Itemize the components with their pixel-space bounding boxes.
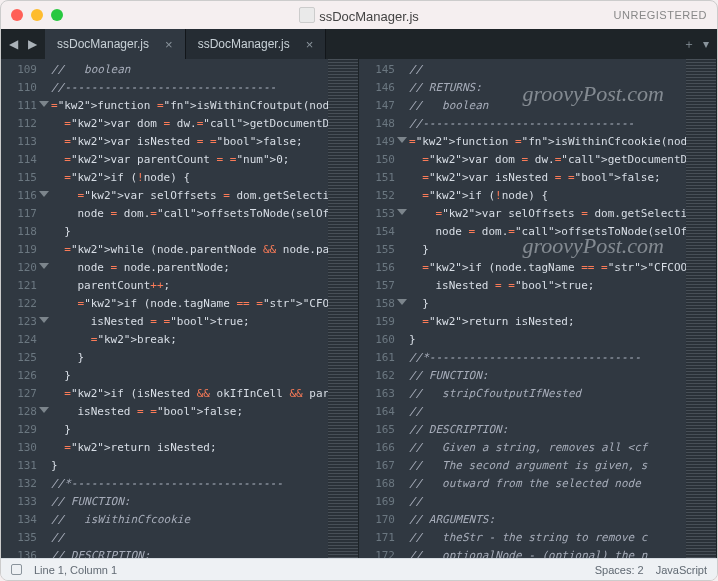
tab-1-close-icon[interactable]: ×: [306, 37, 314, 52]
tab-0-label: ssDocManager.js: [57, 37, 149, 51]
window-title: ssDocManager.js: [1, 7, 717, 24]
cursor-position[interactable]: Line 1, Column 1: [34, 564, 117, 576]
nav-back-button[interactable]: ◀: [5, 37, 22, 51]
panel-toggle-icon[interactable]: [11, 564, 22, 575]
editor-pane-left[interactable]: 1091101111121131141151161171181191201211…: [1, 59, 359, 558]
tab-menu-button[interactable]: ▾: [703, 37, 709, 51]
tab-bar: ◀ ▶ ssDocManager.js × ssDocManager.js × …: [1, 29, 717, 59]
tab-0-close-icon[interactable]: ×: [165, 37, 173, 52]
code-left[interactable]: // boolean//----------------------------…: [51, 59, 328, 558]
code-right[interactable]: //// RETURNS:// boolean//---------------…: [409, 59, 686, 558]
indent-setting[interactable]: Spaces: 2: [595, 564, 644, 576]
new-tab-button[interactable]: ＋: [683, 36, 695, 53]
gutter-right[interactable]: 1451461471481491501511521531541551561571…: [359, 59, 409, 558]
title-bar: ssDocManager.js UNREGISTERED: [1, 1, 717, 29]
nav-buttons: ◀ ▶: [1, 29, 45, 59]
tab-1-label: ssDocManager.js: [198, 37, 290, 51]
syntax-setting[interactable]: JavaScript: [656, 564, 707, 576]
minimap-right[interactable]: [686, 59, 716, 558]
minimap-left[interactable]: [328, 59, 358, 558]
editor-area: 1091101111121131141151161171181191201211…: [1, 59, 717, 558]
tab-1[interactable]: ssDocManager.js ×: [186, 29, 327, 59]
editor-pane-right[interactable]: 1451461471481491501511521531541551561571…: [359, 59, 717, 558]
nav-forward-button[interactable]: ▶: [24, 37, 41, 51]
gutter-left[interactable]: 1091101111121131141151161171181191201211…: [1, 59, 51, 558]
status-bar: Line 1, Column 1 Spaces: 2 JavaScript: [1, 558, 717, 580]
tab-0[interactable]: ssDocManager.js ×: [45, 29, 186, 59]
